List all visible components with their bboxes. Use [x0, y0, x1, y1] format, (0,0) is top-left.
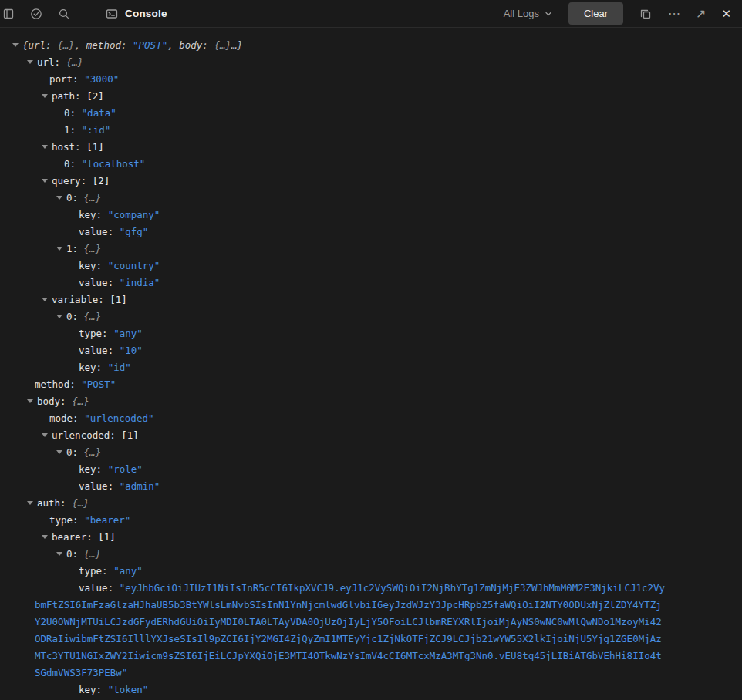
tree-punct: …}	[231, 39, 243, 51]
tree-key: mode:	[49, 412, 84, 424]
tree-array-length: [1]	[98, 531, 116, 543]
tree-row: 0: {…}	[0, 190, 742, 207]
tree-key: variable:	[52, 294, 110, 305]
tree-row: {url: {…}, method: "POST", body: {…}…}	[0, 37, 742, 54]
tree-row: mode: "urlencoded"	[0, 410, 742, 427]
tree-value-string: "eyJhbGciOiJIUzI1NiIsInR5cCI6IkpXVCJ9.ey…	[35, 582, 665, 678]
tree-value-string: "any"	[113, 328, 143, 339]
caret-down-icon[interactable]	[42, 298, 48, 301]
tree-key: value:	[79, 345, 120, 356]
tree-row: 0: {…}	[0, 308, 742, 325]
tree-object-ellipsis: {…}	[84, 243, 102, 254]
tree-row: 0: {…}	[0, 444, 742, 461]
tree-punct: :	[46, 39, 57, 51]
tree-key: 0:	[66, 548, 84, 560]
tree-row: bearer: [1]	[0, 529, 742, 546]
caret-down-icon[interactable]	[42, 94, 48, 98]
caret-down-icon[interactable]	[56, 552, 62, 556]
tree-object-ellipsis: {…}	[84, 446, 102, 458]
caret-down-icon[interactable]	[56, 315, 62, 318]
tree-value-string: "bearer"	[84, 514, 130, 526]
tree-row: 0: {…}	[0, 546, 742, 563]
tree-key: type:	[79, 328, 113, 339]
tree-object-ellipsis: {…}	[84, 192, 102, 204]
log-filter-dropdown[interactable]: All Logs	[504, 8, 553, 19]
tree-value-string: "10"	[120, 345, 143, 356]
tree-key: port:	[49, 73, 84, 85]
tree-array-length: [1]	[86, 141, 104, 153]
tree-row: 1: ":id"	[0, 122, 742, 139]
tree-value-string: "admin"	[120, 480, 160, 492]
tree-value-string: "POST"	[81, 379, 116, 390]
tree-row: type: "any"	[0, 563, 742, 580]
caret-down-icon[interactable]	[42, 535, 48, 539]
console-topbar: Console All Logs Clear ⋯ ↗ ✕	[0, 0, 742, 28]
open-external-icon[interactable]: ↗	[696, 8, 706, 20]
tree-value-string: "country"	[108, 260, 160, 271]
tree-row: type: "any"	[0, 325, 742, 342]
tree-row: port: "3000"	[0, 71, 742, 88]
tree-row: key: "company"	[0, 207, 742, 224]
more-options-icon[interactable]: ⋯	[668, 8, 680, 20]
tree-object-ellipsis: {…}	[214, 39, 231, 51]
console-tree[interactable]: {url: {…}, method: "POST", body: {…}…}ur…	[0, 28, 742, 698]
tree-key: key:	[79, 684, 108, 695]
tree-key: url:	[37, 56, 66, 68]
tree-key: value:	[79, 226, 120, 237]
tree-row: value: "admin"	[0, 478, 742, 495]
tree-key: value:	[79, 277, 120, 288]
chevron-down-icon	[544, 9, 553, 19]
tree-key: 0:	[66, 192, 84, 204]
caret-down-icon[interactable]	[56, 450, 62, 454]
tree-value-string: "3000"	[84, 73, 119, 85]
clear-button[interactable]: Clear	[568, 2, 623, 25]
caret-down-icon[interactable]	[12, 43, 19, 47]
caret-down-icon[interactable]	[42, 145, 48, 149]
caret-down-icon[interactable]	[42, 179, 48, 183]
tree-key: type:	[49, 514, 84, 526]
tree-row: urlencoded: [1]	[0, 427, 742, 444]
tree-value-string: "any"	[113, 565, 143, 577]
tree-row: variable: [1]	[0, 291, 742, 308]
tree-key: method:	[35, 379, 81, 390]
tree-key: path:	[52, 90, 86, 102]
caret-down-icon[interactable]	[27, 60, 33, 64]
caret-down-icon[interactable]	[27, 501, 33, 505]
tree-row: value: "india"	[0, 274, 742, 291]
tree-key: 0:	[64, 158, 82, 170]
tree-array-length: [2]	[93, 175, 110, 187]
tree-row: url: {…}	[0, 54, 742, 71]
tree-key: urlencoded:	[52, 429, 121, 441]
tree-key: key:	[79, 463, 108, 475]
tree-key: bearer:	[52, 531, 98, 543]
check-circle-icon[interactable]	[29, 7, 43, 21]
search-icon[interactable]	[57, 7, 71, 21]
close-icon[interactable]: ✕	[721, 8, 731, 19]
tree-value-string: "role"	[108, 463, 143, 475]
caret-down-icon[interactable]	[27, 399, 33, 403]
tree-punct: :	[121, 39, 133, 51]
tree-value-string: "id"	[108, 362, 131, 373]
tree-row: type: "bearer"	[0, 512, 742, 529]
log-filter-label: All Logs	[504, 8, 539, 19]
panel-left-icon[interactable]	[2, 7, 15, 21]
console-tab[interactable]: Console	[105, 7, 167, 21]
tree-key: 1:	[64, 124, 82, 136]
tree-value-string: "india"	[120, 277, 160, 288]
caret-down-icon[interactable]	[56, 196, 62, 200]
topbar-right-group: All Logs Clear ⋯ ↗ ✕	[504, 2, 731, 25]
tree-key: host:	[52, 141, 86, 153]
tree-key: 0:	[66, 311, 84, 322]
tree-value-string: "data"	[82, 107, 116, 119]
caret-down-icon[interactable]	[42, 433, 48, 437]
tree-object-ellipsis: {…}	[72, 497, 89, 509]
caret-down-icon[interactable]	[56, 247, 62, 251]
tree-object-ellipsis: {…}	[72, 395, 89, 407]
tree-value-string: ":id"	[82, 124, 111, 136]
tree-row: value: "gfg"	[0, 224, 742, 241]
tree-value-string: "urlencoded"	[84, 412, 153, 424]
tree-row: key: "role"	[0, 461, 742, 478]
tree-key: 0:	[64, 107, 82, 119]
copy-icon[interactable]	[639, 7, 653, 21]
tree-row: key: "country"	[0, 257, 742, 274]
